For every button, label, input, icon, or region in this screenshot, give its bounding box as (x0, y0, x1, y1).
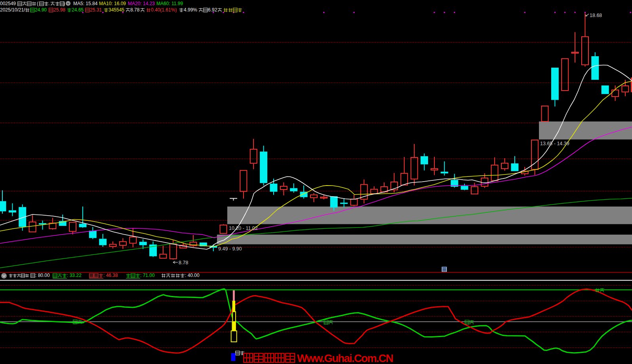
svg-text:9.49 - 9.90: 9.49 - 9.90 (218, 246, 242, 252)
svg-text:18.68: 18.68 (590, 13, 602, 18)
svg-text:10.20 - 11.02: 10.20 - 11.02 (229, 226, 258, 231)
svg-text:Www.Guhai.Com.CN: Www.Guhai.Com.CN (297, 352, 393, 364)
svg-text:13.65 - 14.39: 13.65 - 14.39 (540, 141, 569, 146)
svg-text:8.78: 8.78 (179, 260, 188, 265)
